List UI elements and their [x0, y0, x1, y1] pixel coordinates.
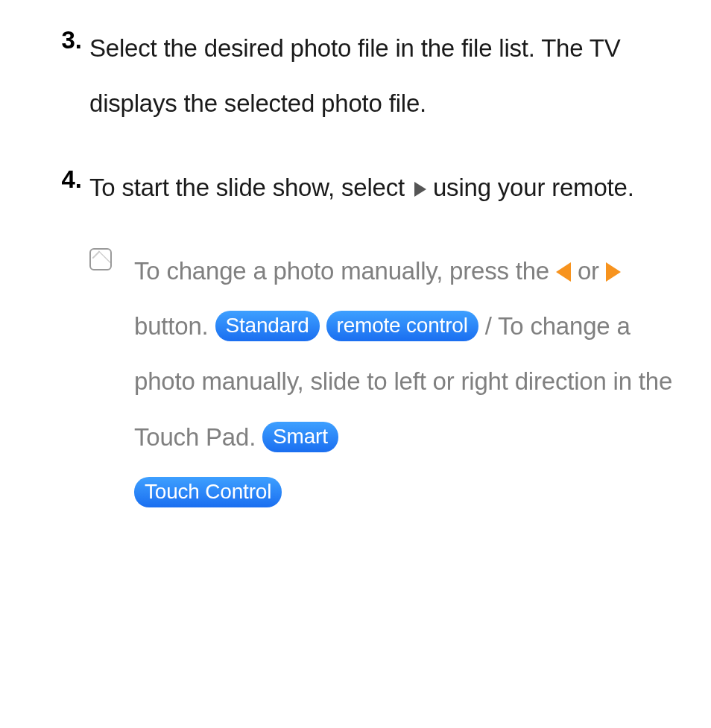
- play-icon: [414, 182, 426, 197]
- step-3-number: 3.: [30, 21, 89, 59]
- note-p1b: or: [571, 257, 606, 285]
- step-4: 4. To start the slide show, select using…: [30, 160, 681, 215]
- note-icon-wrap: [89, 244, 134, 273]
- document-page: 3. Select the desired photo file in the …: [0, 0, 711, 550]
- note: To change a photo manually, press the or…: [89, 244, 681, 520]
- badge-standard: Standard: [215, 311, 320, 341]
- badge-remote-control: remote control: [326, 311, 478, 341]
- badge-touch-control: Touch Control: [134, 477, 282, 507]
- note-p1a: To change a photo manually, press the: [134, 257, 556, 285]
- note-text: To change a photo manually, press the or…: [134, 244, 681, 520]
- note-p1c: button.: [134, 312, 215, 340]
- step-3-text: Select the desired photo file in the fil…: [89, 21, 681, 132]
- note-icon: [89, 248, 112, 270]
- step-3: 3. Select the desired photo file in the …: [30, 21, 681, 132]
- step-4-text-a: To start the slide show, select: [89, 174, 411, 201]
- step-4-text-b: using your remote.: [433, 174, 634, 201]
- badge-smart: Smart: [262, 422, 338, 452]
- step-4-text: To start the slide show, select using yo…: [89, 160, 634, 215]
- right-arrow-icon: [606, 262, 621, 282]
- step-4-number: 4.: [30, 160, 89, 198]
- left-arrow-icon: [556, 262, 571, 282]
